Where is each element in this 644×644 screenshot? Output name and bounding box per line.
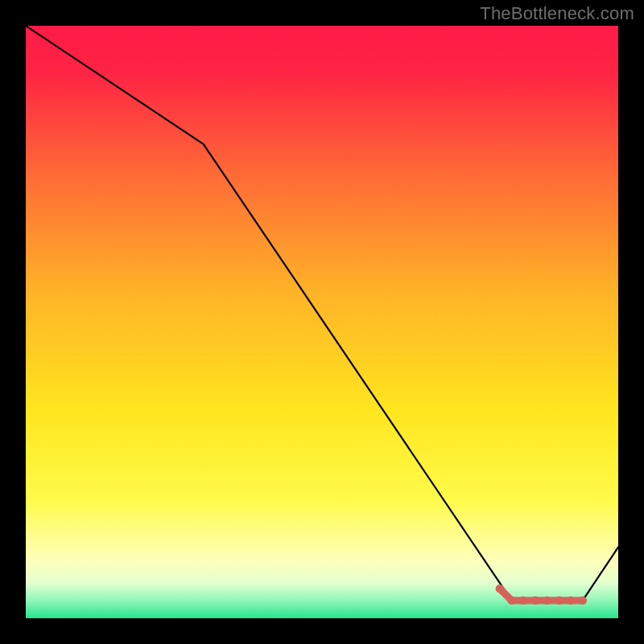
gradient-background [26, 26, 618, 618]
highlight-dot [567, 597, 575, 605]
highlight-dot [579, 597, 587, 605]
highlight-dot [507, 597, 515, 605]
highlight-dot [496, 584, 504, 592]
chart-frame: TheBottleneck.com [0, 0, 644, 644]
chart-svg [26, 26, 618, 618]
highlight-dot [531, 597, 539, 605]
plot-area [26, 26, 618, 618]
highlight-dot [555, 597, 563, 605]
watermark-text: TheBottleneck.com [480, 3, 634, 24]
highlight-dot [543, 597, 551, 605]
highlight-dot [519, 597, 527, 605]
